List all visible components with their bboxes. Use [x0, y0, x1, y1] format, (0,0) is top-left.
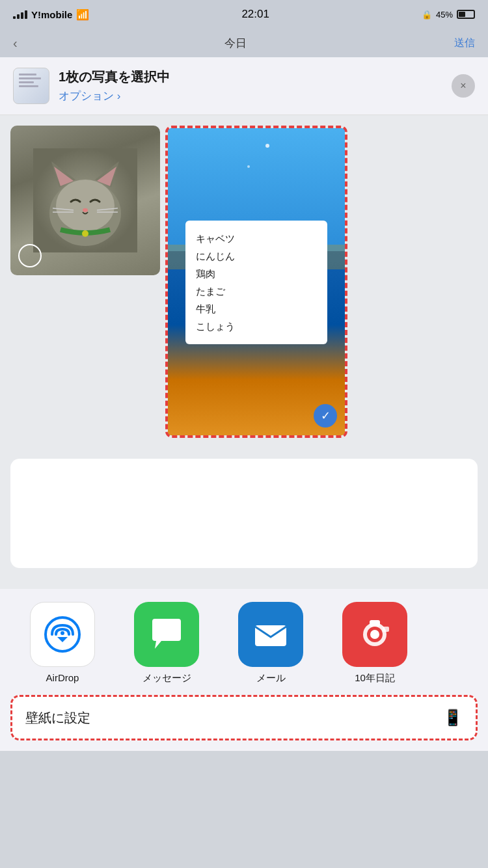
app-icon-item-diary[interactable]: 10年日記 [323, 602, 427, 685]
app-icons-row: AirDrop メッセージ メール [0, 589, 488, 695]
mail-svg [251, 615, 290, 654]
mail-icon[interactable] [238, 602, 303, 667]
battery-icon [457, 10, 475, 19]
messages-label: メッセージ [142, 672, 191, 685]
airdrop-waves-svg [43, 615, 82, 654]
messages-icon[interactable] [134, 602, 199, 667]
app-icon-item-mail[interactable]: メール [219, 602, 323, 685]
overlay-line-1: キャベツ [196, 230, 317, 247]
overlay-line-5: 牛乳 [196, 300, 317, 318]
svg-rect-20 [370, 620, 380, 627]
empty-white-box [10, 459, 478, 568]
sea-overlay-text: キャベツ にんじん 鶏肉 たまご 牛乳 こしょう [185, 221, 327, 344]
overlay-line-6: こしょう [196, 318, 317, 335]
set-wallpaper-action[interactable]: 壁紙に設定 📱 [10, 695, 478, 740]
share-info: 1枚の写真を選択中 オプション › [59, 68, 452, 103]
action-row: 壁紙に設定 📱 [0, 695, 488, 751]
svg-point-12 [82, 230, 88, 237]
share-title: 1枚の写真を選択中 [59, 68, 452, 86]
diary-label: 10年日記 [355, 672, 395, 685]
empty-area [0, 448, 488, 578]
diary-svg [355, 615, 394, 654]
set-wallpaper-label: 壁紙に設定 [25, 709, 90, 727]
photo-item-cat[interactable] [10, 126, 160, 275]
battery-label: 45% [436, 10, 453, 20]
back-button[interactable]: ‹ [13, 36, 18, 51]
section-separator [0, 578, 488, 589]
status-bar: Y!mobile 📶 22:01 🔒 45% [0, 0, 488, 29]
share-thumbnail [13, 68, 49, 104]
svg-rect-21 [383, 627, 389, 632]
share-header: 1枚の写真を選択中 オプション › × [0, 57, 488, 115]
share-options-link[interactable]: オプション › [59, 88, 452, 103]
svg-point-6 [56, 180, 115, 232]
svg-point-7 [83, 208, 88, 212]
airdrop-label: AirDrop [46, 672, 79, 683]
photo-check-circle[interactable]: ✓ [314, 404, 337, 427]
diary-icon[interactable] [342, 602, 407, 667]
status-left: Y!mobile 📶 [13, 8, 89, 21]
app-icon-item-airdrop[interactable]: AirDrop [10, 602, 115, 685]
photo-item-sea[interactable]: キャベツ にんじん 鶏肉 たまご 牛乳 こしょう ✓ [165, 126, 347, 438]
svg-marker-14 [57, 637, 68, 642]
overlay-line-4: たまご [196, 282, 317, 300]
svg-point-19 [370, 630, 379, 639]
mail-label: メール [256, 672, 286, 685]
phone-icon: 📱 [443, 709, 463, 727]
nav-bar: ‹ 今日 送信 [0, 29, 488, 57]
nav-action-button[interactable]: 送信 [454, 36, 475, 50]
svg-rect-16 [255, 625, 286, 646]
photo-uncheck-circle[interactable] [18, 244, 42, 267]
app-icon-item-messages[interactable]: メッセージ [115, 602, 219, 685]
messages-svg [147, 615, 186, 654]
carrier-label: Y!mobile [31, 9, 72, 20]
wifi-icon: 📶 [76, 8, 89, 21]
sea-photo: キャベツ にんじん 鶏肉 たまご 牛乳 こしょう [168, 128, 345, 435]
nav-title: 今日 [224, 36, 247, 51]
svg-point-15 [61, 631, 64, 635]
share-close-button[interactable]: × [452, 74, 475, 98]
status-time: 22:01 [241, 8, 269, 21]
cat-face-svg [33, 148, 137, 252]
overlay-line-3: 鶏肉 [196, 265, 317, 282]
overlay-line-2: にんじん [196, 247, 317, 265]
photo-strip: キャベツ にんじん 鶏肉 たまご 牛乳 こしょう ✓ [0, 115, 488, 448]
airdrop-icon[interactable] [30, 602, 95, 667]
status-right: 🔒 45% [422, 10, 475, 20]
lock-icon: 🔒 [422, 10, 432, 20]
signal-bars-icon [13, 10, 27, 19]
